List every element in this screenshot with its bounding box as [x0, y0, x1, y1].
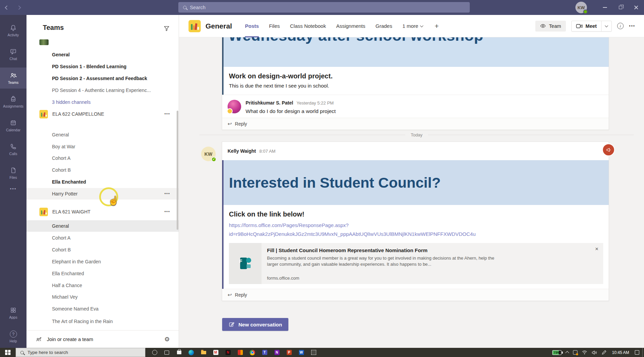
new-conversation-button[interactable]: New conversation [222, 318, 288, 331]
rail-item-chat[interactable]: Chat [0, 44, 26, 65]
sidebar-channel-cohort-b-622[interactable]: Cohort B [26, 164, 179, 176]
powerpoint-button[interactable]: P [285, 348, 293, 357]
rail-item-teams[interactable]: Teams [0, 68, 26, 89]
chrome-button[interactable] [248, 348, 257, 357]
channel-more-icon[interactable]: ••• [629, 23, 635, 29]
meet-options-button[interactable] [601, 21, 611, 31]
team-options-icon[interactable]: ••• [164, 209, 170, 214]
channel-label: PD Session 4 - Authentic Learning Experi… [52, 88, 151, 93]
cortana-button[interactable] [150, 348, 159, 357]
tab-files[interactable]: Files [269, 15, 280, 37]
sidebar-channel-cohort-a-622[interactable]: Cohort A [26, 152, 179, 164]
sidebar-channel-art-of-racing[interactable]: The Art of Racing in the Rain [26, 316, 179, 327]
rail-item-calendar[interactable]: Calendar [0, 115, 26, 136]
pinned-app-button[interactable] [236, 348, 245, 357]
rail-item-assignments[interactable]: Assignments [0, 91, 26, 112]
announcement-banner: Interested in Student Council? [223, 160, 609, 205]
sidebar-channel-ella-enchanted-621[interactable]: Ella Enchanted [26, 268, 179, 279]
battery-indicator[interactable]: 73% [552, 350, 561, 355]
tab-assignments[interactable]: Assignments [336, 15, 365, 37]
reply-button[interactable]: ↩ Reply [222, 118, 609, 130]
tab-class-notebook[interactable]: Class Notebook [290, 15, 326, 37]
forward-icon[interactable] [17, 5, 21, 10]
form-link[interactable]: https://forms.office.com/Pages/ResponseP… [229, 221, 603, 239]
volume-icon[interactable] [592, 350, 597, 355]
task-view-button[interactable] [162, 348, 171, 357]
hidden-icons-chevron[interactable] [565, 351, 569, 355]
add-tab-button[interactable]: + [434, 22, 439, 30]
sidebar-channel-pd-session-4[interactable]: PD Session 4 - Authentic Learning Experi… [26, 84, 179, 96]
team-view-button[interactable]: Team [535, 21, 566, 32]
netflix-button[interactable]: N [223, 348, 232, 357]
sidebar-team-ela-621[interactable]: ELA 621 WAIGHT ••• [26, 205, 179, 219]
file-explorer-button[interactable] [199, 348, 208, 357]
meet-button[interactable]: Meet [572, 21, 601, 31]
action-center-icon[interactable] [635, 350, 639, 355]
sidebar-channel-ella-enchanted-622[interactable]: Ella Enchanted [26, 176, 179, 188]
sidebar-channel-elephant-garden[interactable]: Elephant in the Garden [26, 256, 179, 267]
rail-item-apps[interactable]: Apps [0, 303, 26, 322]
windows-ink-pen-icon[interactable] [602, 350, 606, 355]
channel-options-icon[interactable]: ••• [164, 188, 170, 200]
tab-grades[interactable]: Grades [376, 15, 392, 37]
sidebar-scrollbar[interactable] [177, 111, 178, 230]
post-subtitle: This is due the next time I see you in s… [229, 83, 603, 89]
sidebar-team-ela-622[interactable]: ELA 622 CAMPELLONE ••• [26, 107, 179, 121]
wifi-icon[interactable] [582, 350, 587, 355]
teams-app-button[interactable]: T [260, 348, 269, 357]
gmail-button[interactable]: M [211, 348, 220, 357]
word-button[interactable]: W [297, 348, 306, 357]
link-preview-close-icon[interactable]: × [595, 246, 598, 252]
sidebar-channel-half-a-chance[interactable]: Half a Chance [26, 280, 179, 291]
tab-posts[interactable]: Posts [245, 15, 259, 37]
team-options-icon[interactable]: ••• [164, 112, 170, 116]
rail-item-calls[interactable]: Calls [0, 139, 26, 160]
sidebar-channel-general-621[interactable]: General [26, 220, 179, 232]
sidebar-channel-cohort-b-621[interactable]: Cohort B [26, 244, 179, 256]
link-preview-card[interactable]: F Fill | Student Council Homeroom Repres… [229, 243, 603, 284]
clock[interactable]: 10:45 AM [611, 350, 630, 355]
sidebar-channel-michael-vey[interactable]: Michael Vey [26, 291, 179, 303]
sidebar-channel-general[interactable]: General [26, 49, 179, 60]
sidebar-channel-general-622[interactable]: General [26, 129, 179, 140]
manage-teams-gear-icon[interactable]: ⚙ [164, 336, 170, 343]
sidebar-footer: Join or create a team ⚙ [26, 330, 179, 348]
rail-item-help[interactable]: ? Help [0, 327, 26, 346]
windows-taskbar: Type here to search M N T N P W 73% [0, 348, 644, 357]
sidebar-title: Teams [43, 24, 64, 32]
snip-overlay-button[interactable] [309, 348, 318, 357]
team-name: ELA 622 CAMPELLONE [52, 111, 104, 117]
back-icon[interactable] [5, 5, 9, 10]
notification-app-icon[interactable] [573, 350, 577, 355]
status-available-icon: ✓ [211, 157, 216, 162]
sidebar-channel-someone-named-eva[interactable]: Someone Named Eva [26, 303, 179, 315]
start-button[interactable] [0, 348, 16, 357]
search-input[interactable]: Search [178, 2, 470, 13]
rail-more-icon[interactable]: ••• [0, 186, 26, 191]
sidebar-channel-pd-session-1[interactable]: PD Session 1 - Blended Learning [26, 61, 179, 72]
taskbar-search-input[interactable]: Type here to search [16, 348, 145, 357]
rail-item-activity[interactable]: Activity [0, 20, 26, 41]
show-desktop-button[interactable] [642, 348, 644, 357]
edge-button[interactable] [187, 348, 196, 357]
rail-item-files[interactable]: Files [0, 163, 26, 184]
join-create-team[interactable]: Join or create a team [47, 337, 93, 342]
restore-button[interactable] [613, 0, 628, 15]
info-icon[interactable]: i [617, 23, 624, 29]
sidebar-channel-cohort-a-621[interactable]: Cohort A [26, 232, 179, 244]
microsoft-store-button[interactable] [175, 348, 183, 357]
search-placeholder: Search [190, 5, 205, 10]
hidden-channels-link[interactable]: 3 hidden channels [26, 96, 179, 108]
tab-more[interactable]: 1 more [402, 15, 423, 37]
sidebar-channel-pd-session-2[interactable]: PD Session 2 - Assessment and Feedback [26, 73, 179, 84]
restore-icon [619, 6, 622, 9]
close-button[interactable] [628, 0, 644, 15]
filter-icon[interactable] [163, 25, 170, 33]
minimize-button[interactable] [597, 0, 613, 15]
avatar[interactable]: KW [575, 2, 587, 13]
sidebar-channel-boy-at-war[interactable]: Boy at War [26, 141, 179, 152]
sidebar-channel-harry-potter[interactable]: Harry Potter••• [26, 188, 179, 200]
reply-button[interactable]: ↩ Reply [222, 289, 609, 301]
onenote-button[interactable]: N [272, 348, 281, 357]
reply-arrow-icon: ↩ [228, 121, 232, 127]
